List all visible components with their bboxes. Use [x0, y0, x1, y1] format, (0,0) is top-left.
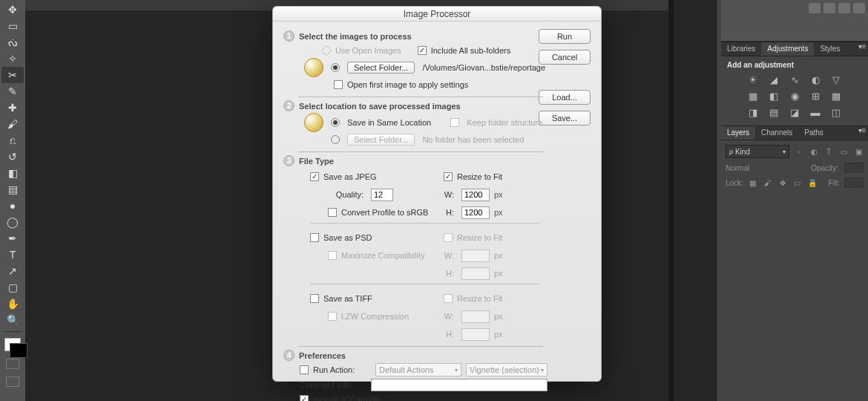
- save-same-loc-radio[interactable]: [331, 118, 340, 127]
- stamp-tool-icon[interactable]: ⎌: [1, 132, 24, 149]
- action-name-combo[interactable]: Vignette (selection)▾: [466, 363, 548, 376]
- panel-icon-2[interactable]: [823, 3, 835, 13]
- filter-adj-icon[interactable]: ◐: [809, 146, 819, 157]
- save-tiff-check[interactable]: [310, 294, 319, 303]
- adj-exposure-icon[interactable]: ◐: [809, 74, 822, 85]
- tab-channels[interactable]: Channels: [755, 126, 798, 140]
- icc-check[interactable]: [300, 395, 309, 401]
- tab-layers[interactable]: Layers: [721, 126, 755, 140]
- psd-h-input: [461, 267, 490, 280]
- quickmask-icon[interactable]: [6, 359, 19, 369]
- filter-type-icon[interactable]: T: [823, 146, 834, 157]
- jpeg-w-input[interactable]: [461, 189, 490, 201]
- move-tool-icon[interactable]: ✥: [1, 1, 24, 18]
- wand-tool-icon[interactable]: ✧: [1, 50, 24, 67]
- adj-curves-icon[interactable]: ∿: [788, 74, 801, 85]
- layers-tabs: Layers Channels Paths ▾≡: [721, 125, 868, 140]
- jpeg-w-label: W:: [444, 190, 457, 199]
- dodge-tool-icon[interactable]: ◯: [1, 214, 24, 230]
- adj-lookup-icon[interactable]: ▩: [829, 90, 843, 102]
- eyedropper-tool-icon[interactable]: ✎: [1, 83, 24, 100]
- blur-tool-icon[interactable]: ●: [1, 198, 24, 214]
- filter-img-icon[interactable]: ▫: [794, 146, 804, 157]
- action-set-combo[interactable]: Default Actions▾: [375, 363, 461, 376]
- color-swatch-icon[interactable]: [4, 338, 21, 351]
- adj-photo-icon[interactable]: ◉: [788, 90, 801, 102]
- step-2-icon: 2: [283, 100, 295, 111]
- layers-menu-icon[interactable]: ▾≡: [856, 126, 868, 140]
- adj-hue-icon[interactable]: ▦: [746, 90, 760, 102]
- lock-label: Lock:: [726, 179, 743, 187]
- save-select-folder-radio[interactable]: [331, 135, 340, 144]
- lasso-tool-icon[interactable]: ᔔ: [1, 34, 24, 50]
- filter-smart-icon[interactable]: ▣: [853, 146, 864, 157]
- copyright-input[interactable]: [371, 379, 548, 391]
- lock-all-icon[interactable]: 🔒: [807, 177, 818, 188]
- eraser-tool-icon[interactable]: ◧: [1, 165, 24, 181]
- adj-mixer-icon[interactable]: ⊞: [809, 90, 822, 102]
- adj-bw-icon[interactable]: ◧: [767, 90, 780, 102]
- screenmode-icon[interactable]: [6, 376, 19, 387]
- open-first-check[interactable]: [334, 80, 343, 89]
- lock-trans-icon[interactable]: ▦: [748, 177, 758, 188]
- layer-filter-kind[interactable]: ρ Kind ▾: [726, 145, 789, 158]
- opacity-input[interactable]: [844, 163, 864, 173]
- select-source-folder-button[interactable]: Select Folder...: [347, 62, 415, 74]
- panel-icon-1[interactable]: [809, 3, 821, 13]
- adj-poster-icon[interactable]: ▤: [767, 106, 780, 118]
- blend-mode[interactable]: Normal: [726, 164, 749, 172]
- hand-tool-icon[interactable]: ✋: [1, 296, 24, 312]
- tab-adjustments[interactable]: Adjustments: [761, 42, 814, 56]
- srgb-label: Convert Profile to sRGB: [341, 208, 428, 217]
- marquee-tool-icon[interactable]: ▭: [1, 18, 24, 34]
- adj-invert-icon[interactable]: ◨: [746, 106, 760, 118]
- healing-tool-icon[interactable]: ✚: [1, 100, 24, 116]
- filter-shape-icon[interactable]: ▭: [838, 146, 849, 157]
- include-subfolders-check[interactable]: [418, 46, 427, 55]
- shape-tool-icon[interactable]: ▢: [1, 279, 24, 296]
- adj-levels-icon[interactable]: ◢: [767, 74, 780, 85]
- run-action-check[interactable]: [300, 365, 309, 374]
- adj-thresh-icon[interactable]: ◪: [788, 106, 801, 118]
- fill-input[interactable]: [844, 177, 864, 188]
- zoom-tool-icon[interactable]: 🔍: [1, 312, 24, 328]
- save-same-loc-label: Save in Same Location: [347, 118, 431, 127]
- image-processor-dialog: Image Processor Run Cancel Load... Save.…: [272, 6, 602, 382]
- px-6: px: [494, 330, 504, 339]
- select-folder-radio[interactable]: [331, 63, 340, 72]
- px-4: px: [494, 269, 504, 278]
- tiff-h-input: [461, 328, 490, 341]
- panel-icon-3[interactable]: [838, 3, 850, 13]
- tiff-resize-label: Resize to Fit: [457, 294, 502, 303]
- adj-vibrance-icon[interactable]: ▽: [829, 74, 843, 85]
- lock-pos-icon[interactable]: ✥: [777, 177, 788, 188]
- panel-icon-4[interactable]: [853, 3, 865, 13]
- right-panels: Libraries Adjustments Styles ▾≡ Add an a…: [721, 0, 868, 401]
- tab-styles[interactable]: Styles: [814, 42, 846, 56]
- adj-gradmap-icon[interactable]: ▬: [809, 106, 822, 118]
- jpeg-resize-check[interactable]: [444, 172, 453, 181]
- lock-art-icon[interactable]: ▭: [792, 177, 803, 188]
- crop-tool-icon[interactable]: ✂: [1, 67, 24, 83]
- select-dest-folder-button[interactable]: Select Folder...: [347, 134, 415, 146]
- source-folder-path: /Volumes/Giovan...bstie/reportage: [422, 63, 545, 72]
- adj-brightness-icon[interactable]: ☀: [746, 74, 760, 85]
- adj-selcolor-icon[interactable]: ◫: [829, 106, 843, 118]
- lock-paint-icon[interactable]: 🖌: [763, 177, 773, 188]
- save-jpeg-check[interactable]: [310, 172, 319, 181]
- brush-tool-icon[interactable]: 🖌: [1, 116, 24, 132]
- quality-input[interactable]: [371, 189, 393, 201]
- jpeg-resize-label: Resize to Fit: [457, 172, 502, 181]
- pen-tool-icon[interactable]: ✒: [1, 230, 24, 247]
- history-brush-icon[interactable]: ↺: [1, 149, 24, 165]
- srgb-check[interactable]: [328, 208, 337, 217]
- type-tool-icon[interactable]: T: [1, 247, 24, 263]
- step-1-icon: 1: [283, 30, 295, 42]
- save-psd-check[interactable]: [310, 233, 319, 242]
- tab-libraries[interactable]: Libraries: [721, 42, 761, 56]
- tab-paths[interactable]: Paths: [798, 126, 829, 140]
- jpeg-h-input[interactable]: [461, 206, 490, 219]
- panel-menu-icon[interactable]: ▾≡: [856, 42, 868, 56]
- gradient-tool-icon[interactable]: ▤: [1, 181, 24, 198]
- path-tool-icon[interactable]: ↗: [1, 263, 24, 279]
